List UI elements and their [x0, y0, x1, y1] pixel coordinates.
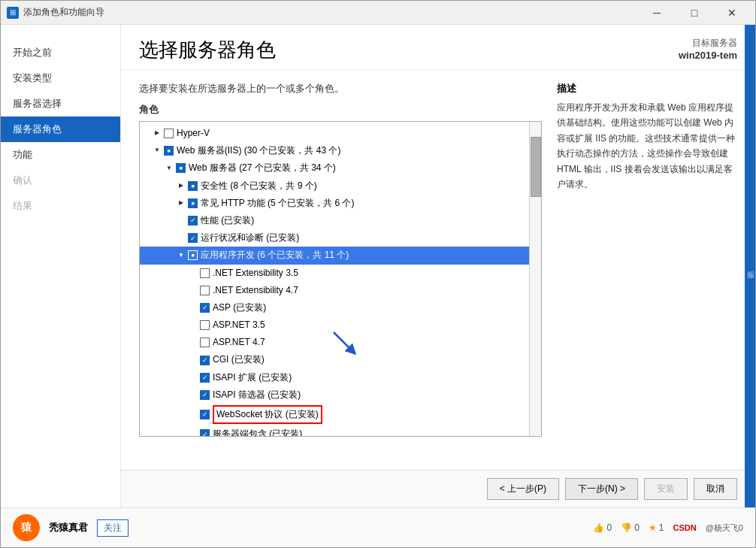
tree-row-appdev[interactable]: 应用程序开发 (6 个已安装，共 11 个): [140, 247, 529, 264]
checkbox-iis[interactable]: [164, 146, 174, 156]
label-asp: ASP (已安装): [213, 301, 266, 315]
expander-hyperv[interactable]: [152, 129, 162, 139]
tree-row-ssi[interactable]: 服务器端包含 (已安装): [140, 425, 529, 437]
username: 秃猿真君: [49, 521, 88, 534]
main-window: ⊞ 添加角色和功能向导 ─ □ ✕ 开始之前 安装类型 服务器选择 服务器角色 …: [0, 0, 756, 548]
tree-list: Hyper-V Web 服务器(IIS) (30 个已安装，共 43 个): [140, 125, 541, 437]
maximize-button[interactable]: □: [677, 2, 712, 23]
star-action[interactable]: ★ 1: [649, 522, 664, 533]
tree-row-perf[interactable]: 性能 (已安装): [140, 212, 529, 229]
content-body: 选择要安装在所选服务器上的一个或多个角色。 角色 Hyper-V: [121, 70, 755, 470]
tree-row-cgi[interactable]: CGI (已安装): [140, 351, 529, 368]
label-isapi-ext: ISAPI 扩展 (已安装): [213, 371, 292, 385]
checkbox-security[interactable]: [188, 181, 198, 191]
checkbox-aspnet35[interactable]: [200, 320, 210, 330]
main-area: 开始之前 安装类型 服务器选择 服务器角色 功能 确认 结果 选择服务器角色 目…: [1, 25, 755, 507]
label-http: 常见 HTTP 功能 (5 个已安装，共 6 个): [201, 196, 354, 210]
tree-row-security[interactable]: 安全性 (8 个已安装，共 9 个): [140, 177, 529, 195]
social-actions: 👍 0 👎 0 ★ 1 CSDN @杨天飞0: [593, 522, 743, 534]
checkbox-webserver[interactable]: [176, 163, 186, 173]
expander-webserver[interactable]: [164, 163, 174, 174]
checkbox-ssi[interactable]: [200, 429, 210, 437]
titlebar: ⊞ 添加角色和功能向导 ─ □ ✕: [1, 1, 755, 25]
back-button[interactable]: < 上一步(P): [487, 478, 559, 500]
tree-row-iis[interactable]: Web 服务器(IIS) (30 个已安装，共 43 个): [140, 142, 529, 159]
right-panel: 描述 应用程序开发为开发和承载 Web 应用程序提供基础结构。使用这些功能可以创…: [557, 82, 737, 458]
label-appdev: 应用程序开发 (6 个已安装，共 11 个): [201, 248, 349, 262]
expander-security[interactable]: [176, 180, 186, 191]
label-perf: 性能 (已安装): [201, 213, 254, 228]
tree-row-isapi-filter[interactable]: ISAPI 筛选器 (已安装): [140, 386, 529, 404]
install-button[interactable]: 安装: [644, 478, 688, 500]
tree-row-http[interactable]: 常见 HTTP 功能 (5 个已安装，共 6 个): [140, 195, 529, 212]
window-controls: ─ □ ✕: [640, 2, 749, 23]
checkbox-appdev[interactable]: [188, 250, 198, 260]
sidebar-item-server-select[interactable]: 服务器选择: [1, 91, 120, 117]
minimize-button[interactable]: ─: [640, 2, 674, 23]
csdn-tag: CSDN: [673, 523, 697, 532]
left-panel: 选择要安装在所选服务器上的一个或多个角色。 角色 Hyper-V: [139, 82, 542, 458]
user-tag: @杨天飞0: [706, 522, 743, 534]
expander-iis[interactable]: [152, 146, 162, 156]
checkbox-perf[interactable]: [188, 216, 198, 226]
tree-row-health[interactable]: 运行状况和诊断 (已安装): [140, 229, 529, 247]
dislike-count: 0: [634, 522, 640, 533]
label-hyperv: Hyper-V: [177, 126, 210, 141]
tree-row-aspnet47[interactable]: ASP.NET 4.7: [140, 334, 529, 351]
checkbox-net35[interactable]: [200, 268, 210, 278]
tree-row-net47[interactable]: .NET Extensibility 4.7: [140, 282, 529, 299]
sidebar-item-before[interactable]: 开始之前: [1, 40, 120, 65]
checkbox-isapi-ext[interactable]: [200, 373, 210, 383]
tree-row-hyperv[interactable]: Hyper-V: [140, 125, 529, 142]
like-action[interactable]: 👍 0: [593, 522, 612, 533]
sidebar-item-server-role[interactable]: 服务器角色: [1, 117, 120, 142]
content-area: 选择服务器角色 目标服务器 win2019-tem 选择要安装在所选服务器上的一…: [121, 25, 755, 507]
sidebar-item-install-type[interactable]: 安装类型: [1, 65, 120, 91]
tree-row-websocket[interactable]: WebSocket 协议 (已安装): [140, 404, 529, 425]
expander-http[interactable]: [176, 198, 186, 208]
sidebar-item-result: 结果: [1, 193, 120, 219]
checkbox-asp[interactable]: [200, 303, 210, 313]
scrollbar-track[interactable]: [529, 122, 541, 436]
sidebar: 开始之前 安装类型 服务器选择 服务器角色 功能 确认 结果: [1, 25, 121, 507]
tree-container[interactable]: Hyper-V Web 服务器(IIS) (30 个已安装，共 43 个): [139, 121, 542, 437]
checkbox-net47[interactable]: [200, 286, 210, 295]
app-icon: ⊞: [7, 7, 19, 19]
checkbox-health[interactable]: [188, 233, 198, 243]
tree-row-aspnet35[interactable]: ASP.NET 3.5: [140, 316, 529, 334]
close-button[interactable]: ✕: [715, 2, 749, 23]
sidebar-item-confirm: 确认: [1, 168, 120, 193]
checkbox-isapi-filter[interactable]: [200, 390, 210, 400]
checkbox-websocket[interactable]: [200, 410, 210, 419]
checkbox-http[interactable]: [188, 198, 198, 208]
target-server-info: 目标服务器 win2019-tem: [679, 37, 737, 61]
checkbox-hyperv[interactable]: [164, 129, 174, 138]
tree-row-webserver[interactable]: Web 服务器 (27 个已安装，共 34 个): [140, 159, 529, 177]
label-net35: .NET Extensibility 3.5: [213, 266, 298, 280]
desc-header: 描述: [557, 82, 737, 95]
tree-row-net35[interactable]: .NET Extensibility 3.5: [140, 265, 529, 282]
label-cgi: CGI (已安装): [213, 353, 265, 367]
expander-appdev[interactable]: [176, 250, 186, 261]
follow-button[interactable]: 关注: [97, 519, 129, 537]
page-title: 选择服务器角色: [139, 37, 276, 63]
tree-row-isapi-ext[interactable]: ISAPI 扩展 (已安装): [140, 369, 529, 386]
dislike-action[interactable]: 👎 0: [621, 522, 640, 533]
avatar: 猿: [13, 514, 40, 541]
side-accent: 服: [745, 25, 755, 507]
desc-text: 应用程序开发为开发和承载 Web 应用程序提供基础结构。使用这些功能可以创建 W…: [557, 100, 737, 192]
dislike-icon: 👎: [621, 522, 632, 533]
next-button[interactable]: 下一步(N) >: [565, 478, 638, 500]
tree-row-asp[interactable]: ASP (已安装): [140, 299, 529, 316]
content-header: 选择服务器角色 目标服务器 win2019-tem: [121, 25, 755, 70]
column-header: 角色: [139, 103, 542, 117]
label-ssi: 服务器端包含 (已安装): [213, 427, 302, 437]
sidebar-item-features[interactable]: 功能: [1, 142, 120, 168]
checkbox-aspnet47[interactable]: [200, 338, 210, 347]
checkbox-cgi[interactable]: [200, 356, 210, 365]
cancel-button[interactable]: 取消: [694, 478, 737, 500]
scrollbar-thumb[interactable]: [531, 137, 541, 197]
star-count: 1: [659, 522, 664, 533]
label-net47: .NET Extensibility 4.7: [213, 283, 298, 298]
bottom-bar: < 上一步(P) 下一步(N) > 安装 取消: [121, 470, 755, 507]
